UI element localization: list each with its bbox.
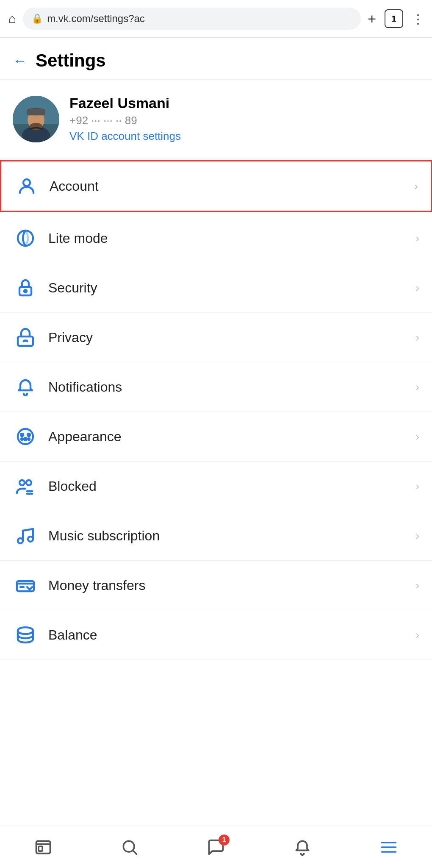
balance-icon	[13, 622, 38, 648]
privacy-icon	[13, 325, 38, 350]
bottom-navigation: 1	[0, 826, 432, 868]
tab-count[interactable]: 1	[385, 9, 403, 28]
svg-rect-25	[39, 846, 42, 851]
profile-phone: +92 ··· ··· ·· 89	[69, 114, 181, 127]
svg-point-23	[18, 627, 33, 634]
profile-section: Fazeel Usmani +92 ··· ··· ·· 89 VK ID ac…	[0, 80, 432, 159]
svg-point-13	[21, 434, 23, 436]
chevron-icon: ›	[415, 331, 419, 344]
money-icon	[13, 573, 38, 598]
menu-label-account: Account	[50, 178, 414, 194]
svg-point-16	[21, 438, 23, 440]
chevron-icon: ›	[415, 381, 419, 394]
menu-label-security: Security	[48, 280, 415, 296]
profile-info: Fazeel Usmani +92 ··· ··· ·· 89 VK ID ac…	[69, 95, 181, 143]
svg-point-12	[18, 429, 33, 444]
svg-rect-22	[17, 581, 34, 591]
lock-icon: 🔒	[31, 13, 43, 24]
chevron-icon: ›	[415, 281, 419, 295]
profile-name: Fazeel Usmani	[69, 95, 181, 111]
avatar[interactable]	[13, 96, 59, 142]
chevron-icon: ›	[415, 430, 419, 443]
nav-search[interactable]	[120, 838, 139, 857]
page-title: Settings	[36, 50, 106, 71]
menu-label-money-transfers: Money transfers	[48, 578, 415, 593]
svg-rect-5	[27, 108, 45, 115]
nav-menu[interactable]	[379, 838, 398, 857]
new-tab-button[interactable]: +	[368, 11, 376, 27]
menu-label-music-subscription: Music subscription	[48, 528, 415, 544]
url-bar[interactable]: 🔒 m.vk.com/settings?ac	[23, 8, 361, 30]
home-icon[interactable]: ⌂	[8, 11, 16, 26]
nav-browser[interactable]	[34, 838, 53, 857]
menu-item-lite-mode[interactable]: Lite mode ›	[0, 214, 432, 263]
menu-item-music-subscription[interactable]: Music subscription ›	[0, 511, 432, 561]
svg-point-17	[28, 438, 30, 440]
browser-actions: + 1 ⋮	[368, 9, 424, 28]
svg-point-7	[23, 179, 30, 186]
menu-label-privacy: Privacy	[48, 330, 415, 345]
menu-label-lite-mode: Lite mode	[48, 231, 415, 246]
settings-menu: Account › Lite mode ›	[0, 160, 432, 660]
svg-point-8	[18, 231, 33, 246]
blocked-icon	[13, 473, 38, 499]
menu-label-balance: Balance	[48, 627, 415, 643]
vkid-link[interactable]: VK ID account settings	[69, 130, 181, 143]
back-button[interactable]: ←	[13, 53, 27, 69]
svg-point-19	[26, 480, 31, 485]
svg-point-18	[19, 480, 25, 485]
appearance-icon	[13, 424, 38, 449]
notifications-icon	[13, 374, 38, 400]
nav-notifications[interactable]	[293, 838, 312, 857]
browser-bar: ⌂ 🔒 m.vk.com/settings?ac + 1 ⋮	[0, 0, 432, 38]
account-icon	[14, 173, 39, 199]
menu-item-balance[interactable]: Balance ›	[0, 610, 432, 660]
svg-point-10	[24, 290, 27, 292]
chevron-icon: ›	[415, 579, 419, 592]
svg-point-15	[24, 438, 27, 440]
menu-item-blocked[interactable]: Blocked ›	[0, 462, 432, 511]
menu-item-account[interactable]: Account ›	[0, 160, 432, 212]
menu-item-privacy[interactable]: Privacy ›	[0, 313, 432, 362]
nav-messages[interactable]: 1	[207, 838, 225, 857]
messages-badge: 1	[219, 835, 230, 846]
more-menu-button[interactable]: ⋮	[412, 11, 424, 26]
settings-header: ← Settings	[0, 38, 432, 80]
menu-item-appearance[interactable]: Appearance ›	[0, 412, 432, 462]
chevron-icon: ›	[415, 629, 419, 642]
menu-item-money-transfers[interactable]: Money transfers ›	[0, 561, 432, 610]
svg-point-21	[28, 537, 33, 542]
url-text: m.vk.com/settings?ac	[47, 13, 145, 25]
chevron-icon: ›	[414, 180, 418, 193]
security-icon	[13, 275, 38, 300]
lite-mode-icon	[13, 225, 38, 251]
svg-point-6	[30, 122, 43, 130]
svg-point-14	[28, 434, 30, 436]
menu-label-notifications: Notifications	[48, 379, 415, 395]
chevron-icon: ›	[415, 232, 419, 245]
menu-item-notifications[interactable]: Notifications ›	[0, 362, 432, 412]
svg-point-20	[18, 538, 23, 543]
menu-label-blocked: Blocked	[48, 479, 415, 494]
menu-label-appearance: Appearance	[48, 429, 415, 445]
chevron-icon: ›	[415, 529, 419, 542]
chevron-icon: ›	[415, 480, 419, 493]
music-icon	[13, 523, 38, 548]
menu-item-security[interactable]: Security ›	[0, 263, 432, 313]
